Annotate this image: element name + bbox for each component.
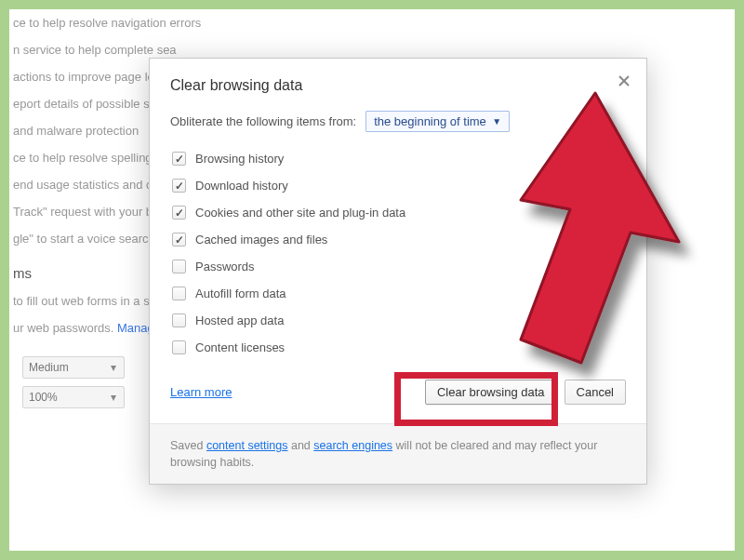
font-size-select[interactable]: Medium: [22, 356, 125, 379]
option-label: Hosted app data: [195, 313, 284, 327]
option-hosted-app-data[interactable]: Hosted app data: [170, 307, 626, 334]
dialog-title: Clear browsing data: [170, 77, 626, 94]
content-settings-link[interactable]: content settings: [206, 439, 288, 452]
clear-browsing-data-dialog: Clear browsing data Obliterate the follo…: [149, 58, 647, 485]
close-icon[interactable]: [617, 73, 631, 88]
time-range-select[interactable]: the beginning of time ▼: [365, 111, 510, 132]
dialog-body: Obliterate the following items from: the…: [150, 101, 646, 423]
obliterate-label: Obliterate the following items from:: [170, 114, 356, 128]
option-label: Content licenses: [195, 340, 285, 354]
checkbox-icon[interactable]: [172, 152, 186, 166]
footer-text: Saved: [170, 439, 206, 452]
option-label: Browsing history: [195, 152, 284, 166]
bg-text-frag: ur web passwords.: [13, 321, 117, 335]
option-content-licenses[interactable]: Content licenses: [170, 334, 626, 361]
checkbox-icon[interactable]: [172, 233, 186, 247]
cancel-button[interactable]: Cancel: [565, 380, 626, 405]
option-passwords[interactable]: Passwords: [170, 253, 626, 280]
option-download-history[interactable]: Download history: [170, 172, 626, 199]
zoom-select[interactable]: 100%: [22, 386, 125, 408]
option-label: Cached images and files: [195, 233, 327, 247]
learn-more-link[interactable]: Learn more: [170, 385, 232, 399]
time-range-row: Obliterate the following items from: the…: [170, 111, 626, 132]
checkbox-icon[interactable]: [172, 260, 186, 273]
checkbox-icon[interactable]: [172, 206, 186, 220]
checkbox-icon[interactable]: [172, 287, 186, 300]
search-engines-link[interactable]: search engines: [313, 439, 392, 452]
option-label: Cookies and other site and plug-in data: [195, 206, 405, 220]
clear-browsing-data-button[interactable]: Clear browsing data: [425, 380, 557, 405]
dialog-footer: Saved content settings and search engine…: [150, 423, 646, 484]
option-autofill[interactable]: Autofill form data: [170, 280, 626, 307]
dialog-header: Clear browsing data: [150, 59, 646, 101]
checkbox-icon[interactable]: [172, 313, 186, 327]
option-label: Autofill form data: [195, 287, 286, 300]
bg-text: ce to help resolve navigation errors: [9, 9, 744, 36]
option-browsing-history[interactable]: Browsing history: [170, 145, 626, 172]
option-label: Download history: [195, 179, 288, 193]
checkbox-icon[interactable]: [172, 340, 186, 354]
option-cookies[interactable]: Cookies and other site and plug-in data: [170, 199, 626, 226]
chevron-down-icon: ▼: [492, 116, 501, 127]
dialog-actions-row: Learn more Clear browsing data Cancel: [170, 361, 626, 407]
time-range-value: the beginning of time: [374, 114, 486, 128]
option-label: Passwords: [195, 260, 255, 273]
checkbox-icon[interactable]: [172, 179, 186, 193]
option-cached-files[interactable]: Cached images and files: [170, 226, 626, 253]
footer-text: and: [287, 439, 313, 452]
